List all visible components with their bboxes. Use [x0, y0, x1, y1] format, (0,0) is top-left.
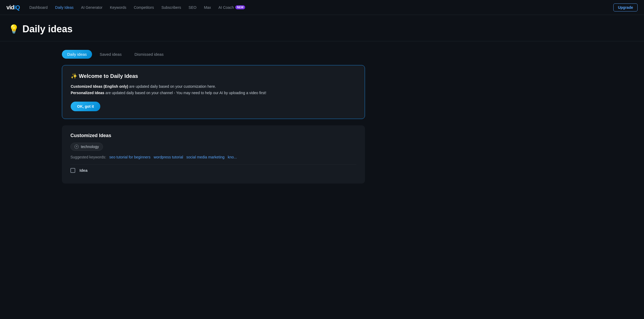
technology-tag: ✕ technology [70, 143, 103, 151]
keyword-wordpress[interactable]: wordpress tutorial [154, 155, 183, 159]
page-title-row: 💡 Daily ideas [9, 23, 635, 35]
tabs-row: Daily ideas Saved ideas Dismissed ideas [9, 50, 365, 59]
keyword-social-media[interactable]: social media marketing [186, 155, 224, 159]
lightbulb-icon: 💡 [9, 24, 19, 34]
logo[interactable]: vidIQ [6, 4, 20, 11]
tag-label: technology [81, 145, 99, 149]
logo-vid: vid [6, 4, 14, 11]
keyword-more[interactable]: kno... [228, 155, 237, 159]
personalized-ideas-bold: Personalized Ideas [71, 91, 104, 95]
idea-label: Idea [79, 168, 88, 173]
remove-tag-icon[interactable]: ✕ [74, 145, 79, 149]
customized-ideas-bold: Customized Ideas (English only) [71, 84, 128, 89]
nav-item-keywords[interactable]: Keywords [107, 4, 129, 11]
nav-item-daily-ideas[interactable]: Daily Ideas [52, 4, 77, 11]
nav-items: Dashboard Daily Ideas AI Generator Keywo… [26, 4, 611, 11]
ok-got-it-button[interactable]: OK, got it [71, 102, 100, 111]
suggested-keywords-label: Suggested keywords: [70, 155, 106, 159]
page-title: Daily ideas [22, 23, 73, 35]
nav-item-max[interactable]: Max [201, 4, 214, 11]
logo-iq: IQ [14, 4, 20, 11]
main-content: Daily ideas Saved ideas Dismissed ideas … [0, 41, 373, 184]
nav-item-competitors[interactable]: Competitors [130, 4, 157, 11]
welcome-body: Customized Ideas (English only) are upda… [71, 83, 356, 96]
upgrade-button[interactable]: Upgrade [613, 3, 638, 11]
customized-ideas-text: are updated daily based on your customiz… [128, 84, 216, 89]
customized-ideas-title: Customized Ideas [70, 133, 356, 138]
keyword-seo-tutorial[interactable]: seo tutorial for beginners [109, 155, 150, 159]
welcome-title: ✨ Welcome to Daily Ideas [71, 73, 356, 79]
suggested-keywords-row: Suggested keywords: seo tutorial for beg… [70, 155, 356, 159]
nav-item-dashboard[interactable]: Dashboard [26, 4, 51, 11]
nav-item-ai-generator[interactable]: AI Generator [78, 4, 106, 11]
nav-item-subscribers[interactable]: Subscribers [158, 4, 184, 11]
new-badge: NEW [235, 5, 245, 9]
welcome-card: ✨ Welcome to Daily Ideas Customized Idea… [62, 65, 365, 119]
idea-checkbox[interactable] [70, 168, 75, 173]
nav-item-ai-coach[interactable]: AI Coach NEW [215, 4, 248, 11]
tab-daily-ideas[interactable]: Daily ideas [62, 50, 92, 59]
page-header: 💡 Daily ideas [0, 15, 644, 41]
personalized-ideas-text: are updated daily based on your channel … [104, 91, 266, 95]
idea-row: Idea [70, 165, 356, 176]
navbar: vidIQ Dashboard Daily Ideas AI Generator… [0, 0, 644, 15]
nav-item-seo[interactable]: SEO [185, 4, 200, 11]
tab-saved-ideas[interactable]: Saved ideas [94, 50, 127, 59]
tab-dismissed-ideas[interactable]: Dismissed ideas [129, 50, 169, 59]
customized-ideas-section: Customized Ideas ✕ technology Suggested … [62, 125, 365, 184]
